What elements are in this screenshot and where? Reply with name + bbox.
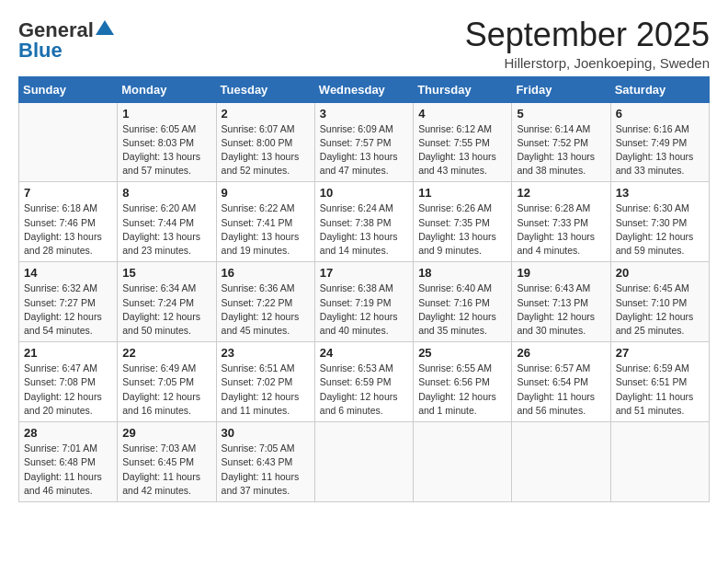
day-number: 5	[517, 107, 605, 121]
day-info: Sunrise: 6:20 AMSunset: 7:44 PMDaylight:…	[122, 201, 210, 258]
calendar-day-16: 16Sunrise: 6:36 AMSunset: 7:22 PMDayligh…	[216, 262, 314, 342]
svg-marker-0	[96, 20, 114, 35]
day-info: Sunrise: 6:43 AMSunset: 7:13 PMDaylight:…	[517, 282, 605, 338]
day-number: 22	[122, 346, 210, 360]
day-info: Sunrise: 6:16 AMSunset: 7:49 PMDaylight:…	[616, 122, 704, 178]
calendar-day-7: 7Sunrise: 6:18 AMSunset: 7:46 PMDaylight…	[19, 182, 118, 262]
calendar-table: SundayMondayTuesdayWednesdayThursdayFrid…	[18, 76, 710, 502]
calendar-day-6: 6Sunrise: 6:16 AMSunset: 7:49 PMDaylight…	[610, 102, 709, 182]
calendar-day-5: 5Sunrise: 6:14 AMSunset: 7:52 PMDaylight…	[512, 102, 610, 182]
calendar-day-4: 4Sunrise: 6:12 AMSunset: 7:55 PMDaylight…	[414, 102, 512, 182]
calendar-day-23: 23Sunrise: 6:51 AMSunset: 7:02 PMDayligh…	[216, 342, 314, 422]
day-number: 13	[616, 186, 704, 200]
calendar-week-row: 28Sunrise: 7:01 AMSunset: 6:48 PMDayligh…	[19, 422, 710, 502]
day-number: 29	[122, 426, 210, 440]
calendar-day-8: 8Sunrise: 6:20 AMSunset: 7:44 PMDaylight…	[118, 182, 216, 262]
day-number: 30	[222, 426, 310, 440]
header: General Blue September 2025 Hillerstorp,…	[18, 17, 710, 71]
weekday-header-tuesday: Tuesday	[216, 76, 314, 102]
day-number: 19	[517, 266, 605, 280]
day-info: Sunrise: 6:07 AMSunset: 8:00 PMDaylight:…	[222, 122, 310, 178]
day-number: 7	[24, 186, 112, 200]
day-info: Sunrise: 6:09 AMSunset: 7:57 PMDaylight:…	[320, 122, 408, 178]
calendar-day-26: 26Sunrise: 6:57 AMSunset: 6:54 PMDayligh…	[512, 342, 610, 422]
calendar-empty-cell	[19, 102, 118, 182]
day-number: 1	[122, 107, 210, 121]
calendar-day-25: 25Sunrise: 6:55 AMSunset: 6:56 PMDayligh…	[414, 342, 512, 422]
calendar-empty-cell	[314, 422, 413, 502]
day-number: 11	[418, 186, 506, 200]
day-number: 15	[122, 266, 210, 280]
logo-general-text: General	[18, 20, 94, 40]
calendar-day-21: 21Sunrise: 6:47 AMSunset: 7:08 PMDayligh…	[19, 342, 118, 422]
logo-icon	[95, 18, 115, 39]
day-number: 21	[24, 346, 112, 360]
day-number: 9	[222, 186, 310, 200]
day-info: Sunrise: 7:05 AMSunset: 6:43 PMDaylight:…	[222, 442, 310, 498]
calendar-day-29: 29Sunrise: 7:03 AMSunset: 6:45 PMDayligh…	[118, 422, 216, 502]
day-info: Sunrise: 6:55 AMSunset: 6:56 PMDaylight:…	[418, 362, 506, 418]
weekday-header-sunday: Sunday	[19, 76, 118, 102]
calendar-day-27: 27Sunrise: 6:59 AMSunset: 6:51 PMDayligh…	[610, 342, 709, 422]
calendar-day-20: 20Sunrise: 6:45 AMSunset: 7:10 PMDayligh…	[610, 262, 709, 342]
calendar-day-15: 15Sunrise: 6:34 AMSunset: 7:24 PMDayligh…	[118, 262, 216, 342]
calendar-day-18: 18Sunrise: 6:40 AMSunset: 7:16 PMDayligh…	[414, 262, 512, 342]
calendar-day-17: 17Sunrise: 6:38 AMSunset: 7:19 PMDayligh…	[314, 262, 413, 342]
calendar-day-28: 28Sunrise: 7:01 AMSunset: 6:48 PMDayligh…	[19, 422, 118, 502]
day-info: Sunrise: 7:01 AMSunset: 6:48 PMDaylight:…	[24, 442, 112, 498]
calendar-day-9: 9Sunrise: 6:22 AMSunset: 7:41 PMDaylight…	[216, 182, 314, 262]
day-number: 25	[418, 346, 506, 360]
day-info: Sunrise: 6:24 AMSunset: 7:38 PMDaylight:…	[320, 201, 408, 258]
weekday-header-thursday: Thursday	[414, 76, 512, 102]
day-number: 23	[222, 346, 310, 360]
day-info: Sunrise: 6:47 AMSunset: 7:08 PMDaylight:…	[24, 362, 112, 418]
day-number: 3	[320, 107, 408, 121]
day-info: Sunrise: 6:53 AMSunset: 6:59 PMDaylight:…	[320, 362, 408, 418]
day-info: Sunrise: 6:59 AMSunset: 6:51 PMDaylight:…	[616, 362, 704, 418]
day-number: 2	[222, 107, 310, 121]
day-number: 20	[616, 266, 704, 280]
calendar-week-row: 7Sunrise: 6:18 AMSunset: 7:46 PMDaylight…	[19, 182, 710, 262]
weekday-header-monday: Monday	[118, 76, 216, 102]
day-info: Sunrise: 6:26 AMSunset: 7:35 PMDaylight:…	[418, 201, 506, 258]
calendar-day-22: 22Sunrise: 6:49 AMSunset: 7:05 PMDayligh…	[118, 342, 216, 422]
weekday-header-saturday: Saturday	[610, 76, 709, 102]
day-info: Sunrise: 6:49 AMSunset: 7:05 PMDaylight:…	[122, 362, 210, 418]
calendar-week-row: 14Sunrise: 6:32 AMSunset: 7:27 PMDayligh…	[19, 262, 710, 342]
calendar-empty-cell	[610, 422, 709, 502]
day-number: 26	[517, 346, 605, 360]
day-info: Sunrise: 6:14 AMSunset: 7:52 PMDaylight:…	[517, 122, 605, 178]
day-info: Sunrise: 6:32 AMSunset: 7:27 PMDaylight:…	[24, 282, 112, 338]
weekday-header-friday: Friday	[512, 76, 610, 102]
day-number: 14	[24, 266, 112, 280]
day-number: 10	[320, 186, 408, 200]
weekday-header-row: SundayMondayTuesdayWednesdayThursdayFrid…	[19, 76, 710, 102]
calendar-day-19: 19Sunrise: 6:43 AMSunset: 7:13 PMDayligh…	[512, 262, 610, 342]
calendar-week-row: 21Sunrise: 6:47 AMSunset: 7:08 PMDayligh…	[19, 342, 710, 422]
calendar-day-13: 13Sunrise: 6:30 AMSunset: 7:30 PMDayligh…	[610, 182, 709, 262]
day-number: 24	[320, 346, 408, 360]
day-info: Sunrise: 6:18 AMSunset: 7:46 PMDaylight:…	[24, 201, 112, 258]
day-number: 18	[418, 266, 506, 280]
day-info: Sunrise: 6:30 AMSunset: 7:30 PMDaylight:…	[616, 201, 704, 258]
day-info: Sunrise: 7:03 AMSunset: 6:45 PMDaylight:…	[122, 442, 210, 498]
day-info: Sunrise: 6:05 AMSunset: 8:03 PMDaylight:…	[122, 122, 210, 178]
calendar-week-row: 1Sunrise: 6:05 AMSunset: 8:03 PMDaylight…	[19, 102, 710, 182]
logo: General Blue	[18, 20, 115, 61]
day-info: Sunrise: 6:51 AMSunset: 7:02 PMDaylight:…	[222, 362, 310, 418]
day-number: 16	[222, 266, 310, 280]
calendar-day-24: 24Sunrise: 6:53 AMSunset: 6:59 PMDayligh…	[314, 342, 413, 422]
day-info: Sunrise: 6:57 AMSunset: 6:54 PMDaylight:…	[517, 362, 605, 418]
day-info: Sunrise: 6:40 AMSunset: 7:16 PMDaylight:…	[418, 282, 506, 338]
calendar-day-3: 3Sunrise: 6:09 AMSunset: 7:57 PMDaylight…	[314, 102, 413, 182]
month-title: September 2025	[465, 17, 710, 53]
calendar-day-30: 30Sunrise: 7:05 AMSunset: 6:43 PMDayligh…	[216, 422, 314, 502]
day-info: Sunrise: 6:34 AMSunset: 7:24 PMDaylight:…	[122, 282, 210, 338]
day-info: Sunrise: 6:28 AMSunset: 7:33 PMDaylight:…	[517, 201, 605, 258]
calendar-day-12: 12Sunrise: 6:28 AMSunset: 7:33 PMDayligh…	[512, 182, 610, 262]
day-number: 28	[24, 426, 112, 440]
weekday-header-wednesday: Wednesday	[314, 76, 413, 102]
calendar-day-1: 1Sunrise: 6:05 AMSunset: 8:03 PMDaylight…	[118, 102, 216, 182]
calendar-empty-cell	[512, 422, 610, 502]
day-info: Sunrise: 6:45 AMSunset: 7:10 PMDaylight:…	[616, 282, 704, 338]
